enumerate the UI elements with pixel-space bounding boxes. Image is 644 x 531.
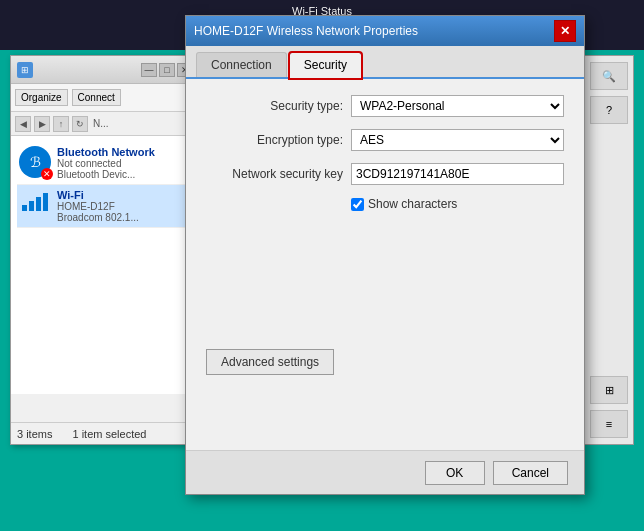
selection-count: 1 item selected — [72, 428, 146, 440]
right-side-panel: 🔍 ? ⊞ ≡ — [584, 55, 634, 445]
network-key-input[interactable] — [351, 163, 564, 185]
view-icon: ⊞ — [605, 384, 614, 397]
explorer-toolbar: Organize Connect — [11, 84, 199, 112]
bluetooth-icon: ℬ ✕ — [19, 146, 51, 178]
cancel-button[interactable]: Cancel — [493, 461, 568, 485]
network-properties-dialog: HOME-D12F Wireless Network Properties ✕ … — [185, 15, 585, 495]
explorer-statusbar: 3 items 1 item selected — [11, 422, 199, 444]
breadcrumb-text: N... — [93, 118, 109, 129]
tab-security-label: Security — [304, 58, 347, 72]
organize-button[interactable]: Organize — [15, 89, 68, 106]
back-button[interactable]: ◀ — [15, 116, 31, 132]
encryption-type-label: Encryption type: — [206, 133, 351, 147]
security-type-row: Security type: WPA2-Personal — [206, 95, 564, 117]
connection-error-icon: ✕ — [41, 168, 53, 180]
tab-connection-label: Connection — [211, 58, 272, 72]
search-icon: 🔍 — [602, 70, 616, 83]
network-key-row: Network security key — [206, 163, 564, 185]
dialog-body: Security type: WPA2-Personal Encryption … — [186, 79, 584, 339]
wifi-item-text: Wi-Fi HOME-D12F Broadcom 802.1... — [57, 189, 191, 223]
dialog-titlebar: HOME-D12F Wireless Network Properties ✕ — [186, 16, 584, 46]
bluetooth-item-text: Bluetooth Network Not connected Bluetoot… — [57, 146, 191, 180]
explorer-app-icon: ⊞ — [17, 62, 33, 78]
explorer-window: ⊞ — □ ✕ Organize Connect ◀ ▶ ↑ ↻ N... ℬ … — [10, 55, 200, 445]
wifi-item-desc1: HOME-D12F — [57, 201, 191, 212]
wifi-network-item[interactable]: Wi-Fi HOME-D12F Broadcom 802.1... — [17, 185, 193, 228]
encryption-type-wrapper: AES — [351, 129, 564, 151]
security-type-wrapper: WPA2-Personal — [351, 95, 564, 117]
bluetooth-item-name: Bluetooth Network — [57, 146, 191, 158]
help-panel-button[interactable]: ? — [590, 96, 628, 124]
show-characters-checkbox[interactable] — [351, 198, 364, 211]
explorer-titlebar: ⊞ — □ ✕ — [11, 56, 199, 84]
search-panel-button[interactable]: 🔍 — [590, 62, 628, 90]
bluetooth-icon-container: ℬ ✕ — [19, 146, 51, 178]
encryption-type-row: Encryption type: AES — [206, 129, 564, 151]
minimize-btn[interactable]: — — [141, 63, 157, 77]
wifi-bar-1 — [22, 205, 27, 211]
show-characters-label: Show characters — [368, 197, 457, 211]
item-count: 3 items — [17, 428, 52, 440]
bluetooth-item-desc2: Bluetooth Devic... — [57, 169, 191, 180]
wifi-icon-container — [19, 189, 51, 221]
ok-button[interactable]: OK — [425, 461, 485, 485]
dialog-close-icon: ✕ — [560, 24, 570, 38]
wifi-item-desc2: Broadcom 802.1... — [57, 212, 191, 223]
dialog-footer: OK Cancel — [186, 450, 584, 494]
explorer-nav: ◀ ▶ ↑ ↻ N... — [11, 112, 199, 136]
help-icon: ? — [606, 104, 612, 116]
explorer-content: ℬ ✕ Bluetooth Network Not connected Blue… — [11, 136, 199, 394]
tab-connection[interactable]: Connection — [196, 52, 287, 77]
wifi-bar-2 — [29, 201, 34, 211]
wifi-item-name: Wi-Fi — [57, 189, 191, 201]
network-key-wrapper — [351, 163, 564, 185]
advanced-settings-button[interactable]: Advanced settings — [206, 349, 334, 375]
dialog-tabs: Connection Security — [186, 46, 584, 79]
show-characters-row: Show characters — [351, 197, 564, 211]
spacer — [206, 223, 564, 323]
security-type-select[interactable]: WPA2-Personal — [351, 95, 564, 117]
encryption-type-select[interactable]: AES — [351, 129, 564, 151]
details-panel-button[interactable]: ≡ — [590, 410, 628, 438]
wifi-bar-4 — [43, 193, 48, 211]
view-panel-button[interactable]: ⊞ — [590, 376, 628, 404]
connect-button[interactable]: Connect — [72, 89, 121, 106]
forward-button[interactable]: ▶ — [34, 116, 50, 132]
dialog-title: HOME-D12F Wireless Network Properties — [194, 24, 554, 38]
wifi-signal-icon — [20, 189, 50, 215]
maximize-btn[interactable]: □ — [159, 63, 175, 77]
dialog-close-button[interactable]: ✕ — [554, 20, 576, 42]
bluetooth-network-item[interactable]: ℬ ✕ Bluetooth Network Not connected Blue… — [17, 142, 193, 185]
up-button[interactable]: ↑ — [53, 116, 69, 132]
tab-security[interactable]: Security — [289, 52, 362, 79]
security-type-label: Security type: — [206, 99, 351, 113]
bluetooth-item-desc1: Not connected — [57, 158, 191, 169]
network-key-label: Network security key — [206, 167, 351, 181]
refresh-button[interactable]: ↻ — [72, 116, 88, 132]
details-icon: ≡ — [606, 418, 612, 430]
wifi-bar-3 — [36, 197, 41, 211]
